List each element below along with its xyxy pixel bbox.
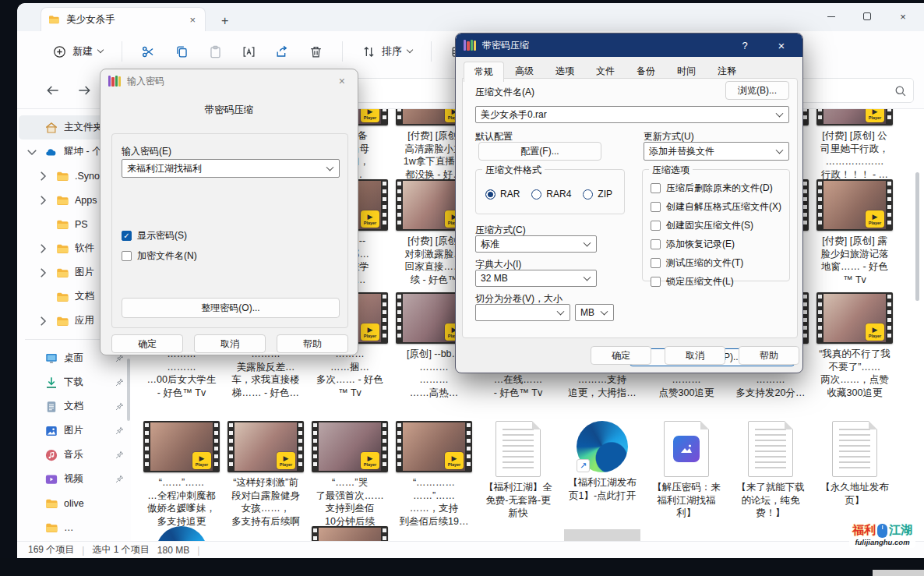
video-thumbnail[interactable]: ▶Player [816,109,893,125]
edge-shortcut-icon[interactable]: ↗ [577,421,628,472]
forward-icon[interactable] [76,83,92,98]
help-button[interactable]: 帮助 [277,334,348,353]
file-item[interactable]: ▶Player [312,526,388,541]
video-thumbnail[interactable]: ▶Player [396,421,472,472]
volume-size-combobox[interactable] [475,304,570,321]
radio-icon [485,189,496,200]
rename-icon [242,44,256,59]
delete-button[interactable] [302,39,330,65]
back-icon[interactable] [45,83,61,98]
new-tab-button[interactable]: + [217,14,233,31]
close-icon[interactable]: × [334,75,350,87]
help-icon[interactable]: ? [731,40,759,51]
copy-button[interactable] [168,39,196,65]
share-button[interactable] [268,39,297,65]
ok-button[interactable]: 确定 [591,346,651,365]
update-mode-combobox[interactable]: 添加并替换文件 [644,142,789,161]
file-item[interactable]: 【福利江湖】全免费-无套路-更新快 [480,421,556,528]
dialog-title-bar[interactable]: 输入密码 × [101,69,358,93]
file-item[interactable]: ▶Player“我真的不行了我不要了”……两次……，点赞收藏300追更 [816,292,893,399]
file-item[interactable]: ▶Player“……”………全程冲刺魔都傲娇名媛嗲妹，多支持追更 [143,421,220,528]
password-combobox[interactable]: 来福利江湖找福利 [122,159,340,178]
text-file-icon[interactable] [748,421,793,477]
video-thumbnail[interactable]: ▶Player [816,292,893,344]
video-thumbnail[interactable]: ▶Player [227,421,304,472]
sidebar-scrollbar-thumb[interactable] [127,359,130,421]
file-name: “………………”…………，支持到叁佰后续19… [396,476,472,528]
show-password-checkbox[interactable]: ✓显示密码(S) [122,229,187,242]
archive-option-checkbox[interactable]: 创建自解压格式压缩文件(X) [651,200,781,214]
edge-icon[interactable] [156,526,207,541]
sidebar-item[interactable]: 图片 [19,419,129,443]
video-thumbnail[interactable]: ▶Player [816,179,893,231]
sidebar-item[interactable]: 文档 [19,394,129,419]
file-item[interactable] [564,526,640,541]
text-file-icon[interactable] [832,421,877,477]
sidebar-item-label: 桌面 [64,352,83,365]
pin-icon [115,450,125,460]
dialog-tab[interactable]: 常规 [464,62,504,82]
volume-unit-combobox[interactable]: MB [575,304,614,321]
cancel-button[interactable]: 取消 [665,346,725,365]
video-thumbnail[interactable]: ▶Player [312,526,388,541]
docs-icon [44,400,58,414]
cut-button[interactable] [134,39,163,65]
sidebar-item[interactable]: olive [19,491,129,515]
video-thumbnail[interactable]: ▶Player [312,421,388,472]
archive-option-checkbox[interactable]: 添加恢复记录(E) [651,238,781,251]
compression-method-combobox[interactable]: 标准 [475,235,597,253]
image-file-icon[interactable] [664,421,709,477]
sidebar-item[interactable]: … [19,515,129,539]
desktop-icon [44,352,58,366]
cancel-button[interactable]: 取消 [194,334,266,353]
organize-passwords-button[interactable]: 整理密码(O)... [122,298,340,318]
loading-thumbnail [564,529,640,541]
file-item[interactable]: ▶Player[付费] [原创] 公司里她干行政，………………行政！！！ - … [816,109,893,181]
format-radio[interactable]: RAR [485,189,520,200]
chevron-spacer [25,521,39,535]
sort-arrows-icon [361,44,376,59]
profiles-button[interactable]: 配置(F)... [478,142,601,161]
archive-name-combobox[interactable]: 美少女杀手0.rar [475,106,789,123]
file-item [480,526,556,541]
archive-option-checkbox[interactable]: 锁定压缩文件(L) [651,275,781,288]
archive-option-checkbox[interactable]: 压缩后删除原来的文件(D) [651,182,781,195]
dictionary-size-combobox[interactable]: 32 MB [475,270,597,287]
encrypt-filenames-checkbox[interactable]: 加密文件名(N) [122,249,197,263]
file-item[interactable]: ↗【福利江湖发布页1】-点此打开 [564,421,640,528]
format-radio[interactable]: ZIP [583,189,612,200]
file-item[interactable] [143,526,220,541]
file-item[interactable]: ▶Player“这样好刺激”前段对白露脸健身女孩……，多支持有后续啊 [227,421,304,528]
sidebar-item[interactable]: 视频 [19,467,129,491]
sidebar-item[interactable]: 音乐 [19,443,129,467]
ok-button[interactable]: 确定 [111,334,183,353]
scrollbar-thumb[interactable] [915,172,919,301]
archive-option-checkbox[interactable]: 测试压缩的文件(T) [651,256,781,270]
file-item[interactable]: ▶Player“………………”…………，支持到叁佰后续19… [396,421,472,528]
browse-button[interactable]: 浏览(B)... [725,81,789,100]
file-item[interactable]: 【解压密码：来福利江湖找福利】 [648,421,725,528]
sidebar-item[interactable]: 下载 [19,370,129,394]
sort-button[interactable]: 排序 [354,39,419,65]
rename-button[interactable] [235,39,263,65]
text-file-icon[interactable] [496,421,541,477]
file-item[interactable]: ▶Player[付费] [原创] 露脸少妇旅游记落地窗…… - 好色™ Tv [816,179,893,286]
file-item[interactable]: ▶Player“……”哭了最强首次……支持到叁佰10分钟后续 [312,421,388,528]
file-item[interactable]: 【永久地址发布页】 [816,421,893,528]
video-thumbnail[interactable]: ▶Player [143,421,220,472]
archive-option-checkbox[interactable]: 创建固实压缩文件(S) [651,219,781,232]
close-button[interactable]: × [885,3,921,30]
dialog-title-bar[interactable]: 带密码压缩 ? × [456,34,802,57]
minimize-button[interactable] [813,3,849,30]
new-button[interactable]: 新建 [45,39,110,65]
file-name: 【来了就能下载的论坛，纯免费！】 [732,481,809,520]
close-icon[interactable]: × [765,39,798,52]
explorer-tab[interactable]: 美少女杀手 × [41,7,206,31]
file-item[interactable]: 【来了就能下载的论坛，纯免费！】 [732,421,809,528]
archive-dialog: 带密码压缩 ? × 常规高级选项文件备份时间注释 压缩文件名(A) 浏览(B).… [455,33,803,373]
maximize-button[interactable] [849,3,885,30]
paste-button[interactable] [201,39,230,65]
tab-close-icon[interactable]: × [186,14,199,26]
help-button[interactable]: 帮助 [739,346,799,365]
format-radio[interactable]: RAR4 [531,189,571,200]
